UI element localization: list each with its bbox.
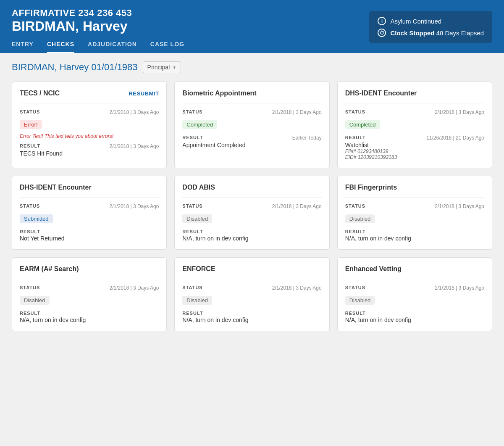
check-card-5: FBI Fingerprints STATUS 2/1/2018 | 3 Day… bbox=[337, 176, 492, 250]
status-label: STATUS bbox=[20, 109, 40, 114]
check-card-2: DHS-IDENT Encounter STATUS 2/1/2018 | 3 … bbox=[337, 82, 492, 168]
status-label: STATUS bbox=[20, 203, 40, 208]
result-section: RESULT N/A, turn on in dev config bbox=[345, 229, 484, 242]
check-card-8: Enhanced Vetting STATUS 2/1/2018 | 3 Day… bbox=[337, 257, 492, 331]
result-label: RESULT bbox=[182, 311, 203, 316]
result-value: N/A, turn on in dev config bbox=[182, 317, 321, 323]
result-value: Appointment Completed bbox=[182, 142, 321, 148]
applicant-name: BIRDMAN, Harvey bbox=[12, 18, 184, 34]
result-row: RESULT 2/1/2018 | 3 Days Ago bbox=[20, 143, 159, 149]
result-label: RESULT bbox=[345, 229, 366, 234]
nav-item-checks[interactable]: CHECKS bbox=[47, 41, 74, 53]
person-row: BIRDMAN, Harvey 01/01/1983 Principal ▼ bbox=[12, 61, 492, 73]
status-label: STATUS bbox=[345, 109, 365, 114]
card-title: ENFORCE bbox=[182, 265, 215, 273]
card-title-row: TECS / NCIC RESUBMIT bbox=[20, 90, 159, 103]
status-date: 2/1/2018 | 3 Days Ago bbox=[272, 109, 322, 115]
card-title: EARM (A# Search) bbox=[20, 265, 79, 273]
status-label: STATUS bbox=[345, 285, 365, 290]
card-title-row: Enhanced Vetting bbox=[345, 265, 484, 279]
role-label: Principal bbox=[147, 64, 170, 71]
result-value: N/A, turn on in dev config bbox=[345, 235, 484, 242]
card-title-row: Biometric Appointment bbox=[182, 90, 321, 103]
clock-icon: ⏱ bbox=[378, 29, 386, 37]
card-status-row: STATUS 2/1/2018 | 3 Days Ago bbox=[345, 285, 484, 291]
status-date: 2/1/2018 | 3 Days Ago bbox=[272, 285, 322, 291]
result-row: RESULT bbox=[182, 311, 321, 316]
main-nav: ENTRYCHECKSADJUDICATIONCASE LOG bbox=[12, 41, 184, 53]
result-section: RESULT Earlier Today Appointment Complet… bbox=[182, 135, 321, 148]
asylum-status-text: Asylum Continued bbox=[390, 18, 441, 25]
result-label: RESULT bbox=[345, 311, 366, 316]
card-title-row: FBI Fingerprints bbox=[345, 184, 484, 198]
page-header: AFFIRMATIVE 234 236 453 BIRDMAN, Harvey … bbox=[0, 0, 504, 53]
case-number: AFFIRMATIVE 234 236 453 bbox=[12, 8, 184, 18]
result-section: RESULT N/A, turn on in dev config bbox=[20, 311, 159, 323]
result-meta-1: FIN# 0129348013​9 bbox=[345, 148, 484, 154]
status-badge: Disabled bbox=[182, 296, 212, 305]
result-section: RESULT N/A, turn on in dev config bbox=[182, 229, 321, 242]
result-row: RESULT Earlier Today bbox=[182, 135, 321, 141]
header-left: AFFIRMATIVE 234 236 453 BIRDMAN, Harvey … bbox=[12, 8, 184, 53]
status-label: STATUS bbox=[345, 203, 365, 208]
card-title: TECS / NCIC bbox=[20, 90, 60, 97]
status-box: i Asylum Continued ⏱ Clock Stopped 48 Da… bbox=[369, 11, 492, 43]
card-title-row: EARM (A# Search) bbox=[20, 265, 159, 279]
card-title: DHS-IDENT Encounter bbox=[20, 184, 92, 191]
result-row: RESULT 11/26/2018 | 21 Days Ago bbox=[345, 135, 484, 141]
asylum-status-row: i Asylum Continued bbox=[378, 17, 484, 25]
card-status-row: STATUS 2/1/2018 | 3 Days Ago bbox=[182, 109, 321, 115]
resubmit-button[interactable]: RESUBMIT bbox=[129, 90, 159, 97]
card-title-row: DHS-IDENT Encounter bbox=[345, 90, 484, 103]
status-badge: Error! bbox=[20, 120, 42, 129]
card-title: FBI Fingerprints bbox=[345, 184, 397, 191]
nav-item-case-log[interactable]: CASE LOG bbox=[150, 41, 184, 53]
result-date: 11/26/2018 | 21 Days Ago bbox=[426, 135, 484, 141]
nav-item-entry[interactable]: ENTRY bbox=[12, 41, 34, 53]
status-label: STATUS bbox=[182, 203, 202, 208]
status-date: 2/1/2018 | 3 Days Ago bbox=[109, 285, 159, 291]
check-card-7: ENFORCE STATUS 2/1/2018 | 3 Days Ago Dis… bbox=[174, 257, 329, 331]
chevron-down-icon: ▼ bbox=[172, 65, 176, 70]
status-date: 2/1/2018 | 3 Days Ago bbox=[435, 203, 484, 209]
nav-item-adjudication[interactable]: ADJUDICATION bbox=[88, 41, 137, 53]
result-row: RESULT bbox=[20, 311, 159, 316]
result-row: RESULT bbox=[345, 229, 484, 234]
card-status-row: STATUS 2/1/2018 | 3 Days Ago bbox=[20, 109, 159, 115]
status-badge: Submitted bbox=[20, 214, 53, 223]
check-card-1: Biometric Appointment STATUS 2/1/2018 | … bbox=[174, 82, 329, 168]
card-title-row: ENFORCE bbox=[182, 265, 321, 279]
checks-grid: TECS / NCIC RESUBMIT STATUS 2/1/2018 | 3… bbox=[12, 82, 492, 331]
result-label: RESULT bbox=[182, 229, 203, 234]
person-name-dob: BIRDMAN, Harvey 01/01/1983 bbox=[12, 62, 138, 73]
result-section: RESULT N/A, turn on in dev config bbox=[345, 311, 484, 323]
result-label: RESULT bbox=[20, 229, 40, 234]
result-label: RESULT bbox=[20, 311, 40, 316]
result-section: RESULT Not Yet Returned bbox=[20, 229, 159, 242]
result-value: Not Yet Returned bbox=[20, 235, 159, 242]
result-value: TECS Hit Found bbox=[20, 150, 159, 157]
result-label: RESULT bbox=[345, 135, 366, 140]
status-date: 2/1/2018 | 3 Days Ago bbox=[109, 203, 159, 209]
clock-status-text: Clock Stopped 48 Days Elapsed bbox=[390, 29, 484, 37]
card-title: Enhanced Vetting bbox=[345, 265, 402, 273]
result-value: N/A, turn on in dev config bbox=[345, 317, 484, 323]
card-status-row: STATUS 2/1/2018 | 3 Days Ago bbox=[182, 203, 321, 209]
card-title-row: DHS-IDENT Encounter bbox=[20, 184, 159, 198]
result-label: RESULT bbox=[182, 135, 203, 140]
check-card-3: DHS-IDENT Encounter STATUS 2/1/2018 | 3 … bbox=[12, 176, 167, 250]
result-row: RESULT bbox=[345, 311, 484, 316]
role-dropdown[interactable]: Principal ▼ bbox=[143, 61, 181, 73]
check-card-4: DOD ABIS STATUS 2/1/2018 | 3 Days Ago Di… bbox=[174, 176, 329, 250]
card-status-row: STATUS 2/1/2018 | 3 Days Ago bbox=[20, 203, 159, 209]
card-status-row: STATUS 2/1/2018 | 3 Days Ago bbox=[20, 285, 159, 291]
check-card-0: TECS / NCIC RESUBMIT STATUS 2/1/2018 | 3… bbox=[12, 82, 167, 168]
status-date: 2/1/2018 | 3 Days Ago bbox=[272, 203, 322, 209]
status-date: 2/1/2018 | 3 Days Ago bbox=[109, 109, 159, 115]
status-badge: Disabled bbox=[345, 214, 375, 223]
card-title-row: DOD ABIS bbox=[182, 184, 321, 198]
card-title: Biometric Appointment bbox=[182, 90, 256, 97]
result-label: RESULT bbox=[20, 143, 40, 148]
result-value: Watchlist bbox=[345, 142, 484, 148]
status-badge: Completed bbox=[182, 120, 217, 129]
